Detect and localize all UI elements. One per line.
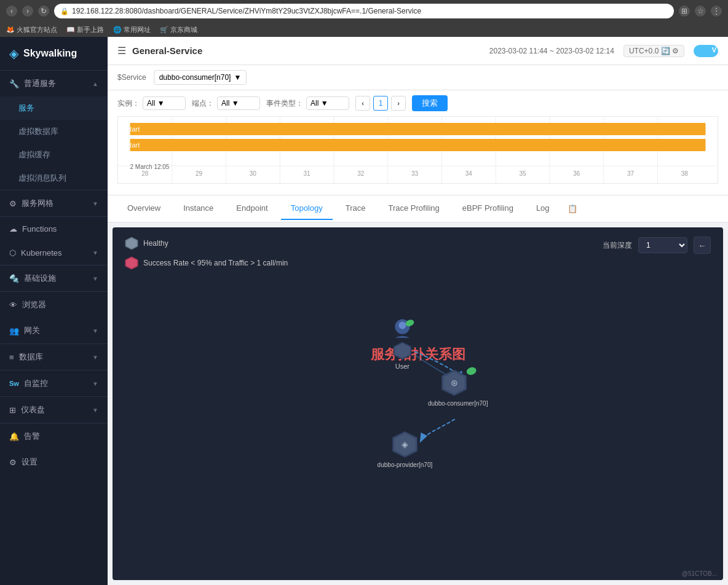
sidebar-group-db[interactable]: ≡ 数据库 ▼	[0, 344, 108, 370]
extensions-button[interactable]: ⊞	[679, 6, 690, 17]
sidebar-group-gateway[interactable]: 👥 网关 ▼	[0, 318, 108, 344]
endpoint-select[interactable]: All ▼	[217, 96, 260, 110]
sidebar-item-virtual-cache[interactable]: 虚拟缓存	[0, 143, 108, 167]
event-arrow: ▼	[321, 99, 328, 108]
sidebar-group-k8s[interactable]: ⬡ Kubernetes ▼	[0, 241, 108, 265]
sidebar-group-infra[interactable]: 🔩 基础设施 ▼	[0, 265, 108, 291]
consumer-label: dubbo-consumer[n70]	[428, 400, 488, 407]
k8s-icon: ⬡	[9, 248, 16, 257]
instance-value: All	[147, 99, 155, 108]
timeline-chart: Start Start 28 29 30 31 32 33 34 35 36 3…	[117, 116, 718, 184]
db-label: 数据库	[19, 351, 43, 363]
node-consumer: ⊛ dubbo-consumer[n70]	[428, 366, 488, 407]
event-value: All	[311, 99, 318, 108]
timeline-svg: Start Start 28 29 30 31 32 33 34 35 36 3…	[118, 117, 718, 183]
browser-nav-icon: 👁	[9, 300, 17, 310]
sidebar-section-mesh: ⚙ 服务网格 ▼	[0, 190, 108, 217]
sidebar-item-browser[interactable]: 👁 浏览器	[0, 292, 108, 318]
url-bar[interactable]: 🔒 192.168.122.28:8080/dashboard/GENERAL/…	[54, 4, 674, 18]
bookmark-firefox[interactable]: 🦊 火狐官方站点	[6, 25, 57, 34]
service-label: $Service	[117, 73, 146, 82]
sidebar-group-selfmon[interactable]: Sw 自监控 ▼	[0, 371, 108, 396]
tab-endpoint[interactable]: Endpoint	[226, 197, 277, 220]
svg-text:33: 33	[411, 170, 419, 177]
sidebar-item-alert[interactable]: 🔔 告警	[0, 423, 108, 449]
reload-button[interactable]: ↻	[38, 6, 49, 17]
tab-trace[interactable]: Trace	[336, 197, 376, 220]
tab-ebpf[interactable]: eBPF Profiling	[453, 197, 523, 220]
view-toggle[interactable]	[694, 45, 718, 57]
prev-page-button[interactable]: ‹	[355, 96, 370, 111]
general-service-icon: 🔧	[9, 79, 19, 88]
alert-label: 告警	[24, 431, 40, 442]
filter-row: 实例： All ▼ 端点： All ▼ 事件类型： All	[117, 90, 718, 116]
favorites-button[interactable]: ☆	[695, 6, 706, 17]
header-menu-icon[interactable]: ☰	[117, 45, 126, 57]
event-label: 事件类型：	[266, 98, 303, 109]
url-text: 192.168.122.28:8080/dashboard/GENERAL/Se…	[72, 7, 421, 15]
endpoint-filter: 端点： All ▼	[192, 96, 260, 110]
sidebar-item-virtual-mq[interactable]: 虚拟消息队列	[0, 167, 108, 190]
svg-text:◈: ◈	[402, 439, 408, 449]
next-page-button[interactable]: ›	[391, 96, 406, 111]
user-label: User	[395, 363, 410, 370]
svg-point-37	[465, 366, 477, 376]
sidebar-group-mesh[interactable]: ⚙ 服务网格 ▼	[0, 190, 108, 216]
tab-log[interactable]: Log	[526, 197, 560, 220]
sidebar-section-general: 🔧 普通服务 ▲ 服务 虚拟数据库 虚拟缓存 虚拟消息队列	[0, 71, 108, 190]
utc-refresh-icon: 🔄	[661, 47, 670, 55]
alert-icon: 🔔	[9, 432, 19, 441]
logo-icon: ◈	[9, 46, 18, 61]
event-filter: 事件类型： All ▼	[266, 96, 349, 110]
functions-label: Functions	[22, 224, 57, 234]
sidebar-item-virtual-db[interactable]: 虚拟数据库	[0, 120, 108, 143]
back-button[interactable]: ‹	[6, 6, 17, 17]
sidebar-section-k8s: ⬡ Kubernetes ▼	[0, 241, 108, 265]
sidebar-section-selfmon: Sw 自监控 ▼	[0, 371, 108, 397]
utc-badge[interactable]: UTC+0.0 🔄 ⚙	[623, 45, 684, 57]
gateway-icon: 👥	[9, 326, 19, 336]
svg-rect-11	[130, 123, 706, 135]
svg-rect-13	[130, 139, 706, 151]
infra-label: 基础设施	[24, 273, 56, 284]
tab-instance[interactable]: Instance	[173, 197, 223, 220]
dashboard-icon: ⊞	[9, 406, 16, 415]
endpoint-arrow: ▼	[232, 99, 239, 108]
sidebar: ◈ Skywalking 🔧 普通服务 ▲ 服务 虚拟数据库 虚拟缓存 虚拟消息…	[0, 37, 108, 585]
event-select[interactable]: All ▼	[306, 96, 349, 110]
svg-text:36: 36	[573, 170, 580, 177]
bookmark-common[interactable]: 🌐 常用网址	[113, 25, 151, 34]
bookmark-newbie[interactable]: 📖 新手上路	[66, 25, 104, 34]
mesh-label: 服务网格	[22, 198, 53, 209]
k8s-label: Kubernetes	[21, 248, 62, 257]
instance-filter: 实例： All ▼	[117, 96, 186, 110]
sidebar-logo: ◈ Skywalking	[0, 37, 108, 71]
svg-text:34: 34	[465, 170, 473, 177]
header-left: ☰ General-Service	[117, 45, 202, 57]
sidebar-item-service[interactable]: 服务	[0, 96, 108, 120]
tab-overview[interactable]: Overview	[117, 197, 170, 220]
sidebar-section-infra: 🔩 基础设施 ▼	[0, 265, 108, 292]
selfmon-chevron: ▼	[92, 380, 98, 387]
svg-text:35: 35	[520, 170, 527, 177]
infra-chevron: ▼	[92, 275, 98, 282]
tab-topology[interactable]: Topology	[281, 197, 333, 220]
sidebar-group-general-service[interactable]: 🔧 普通服务 ▲	[0, 71, 108, 96]
settings-icon: ⚙	[9, 458, 17, 467]
instance-select[interactable]: All ▼	[143, 96, 186, 110]
menu-button[interactable]: ⋮	[711, 6, 722, 17]
bookmark-jd[interactable]: 🛒 京东商城	[160, 25, 197, 34]
search-button[interactable]: 搜索	[412, 95, 448, 111]
endpoint-value: All	[221, 99, 229, 108]
tab-extra-icon[interactable]: 📋	[563, 198, 582, 219]
general-service-chevron: ▲	[92, 80, 98, 87]
sidebar-group-dashboard[interactable]: ⊞ 仪表盘 ▼	[0, 397, 108, 423]
forward-button[interactable]: ›	[22, 6, 33, 17]
service-select[interactable]: dubbo-consumer[n70] ▼	[154, 70, 247, 85]
tab-trace-profiling[interactable]: Trace Profiling	[378, 197, 449, 220]
svg-text:31: 31	[304, 170, 311, 177]
sidebar-item-functions[interactable]: ☁ Functions	[0, 217, 108, 241]
utc-settings-icon: ⚙	[672, 47, 679, 55]
sidebar-item-settings[interactable]: ⚙ 设置	[0, 449, 108, 475]
timeline-area: 实例： All ▼ 端点： All ▼ 事件类型： All	[108, 90, 728, 195]
